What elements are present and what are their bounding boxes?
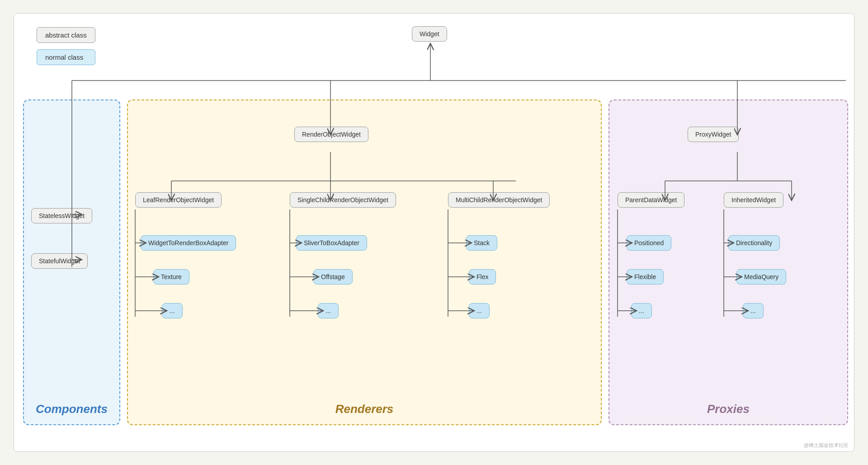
proxies-label: Proxies — [707, 402, 750, 416]
inherited-widget-node: InheritedWidget — [724, 192, 783, 208]
directionality-node: Directionality — [728, 235, 780, 251]
dots5-node: ... — [743, 303, 764, 318]
multi-child-render-node: MultiChildRenderObjectWidget — [448, 192, 550, 208]
proxy-widget-node: ProxyWidget — [688, 127, 739, 142]
widget-node: Widget — [412, 26, 447, 42]
stateless-widget-node: StatelessWidget — [31, 208, 92, 223]
dots4-node: ... — [631, 303, 652, 318]
legend-abstract: abstract class — [37, 27, 95, 43]
render-object-widget-node: RenderObjectWidget — [294, 127, 368, 142]
flex-node: Flex — [469, 269, 496, 285]
widget-to-render-box-node: WidgetToRenderBoxAdapter — [141, 235, 236, 251]
legend: abstract class normal class — [37, 27, 95, 65]
media-query-node: MediaQuery — [736, 269, 786, 285]
legend-normal: normal class — [37, 49, 95, 65]
leaf-render-node: LeafRenderObjectWidget — [135, 192, 222, 208]
dots1-node: ... — [162, 303, 183, 318]
dots3-node: ... — [469, 303, 490, 318]
positioned-node: Positioned — [627, 235, 671, 251]
dots2-node: ... — [318, 303, 339, 318]
single-child-render-node: SingleChildRenderObjectWidget — [290, 192, 396, 208]
watermark: @稀土掘金技术社区 — [804, 442, 849, 449]
panel-proxies: Proxies — [609, 100, 848, 425]
stateful-widget-node: StatefulWidget — [31, 253, 88, 269]
flexible-node: Flexible — [627, 269, 664, 285]
texture-node: Texture — [153, 269, 189, 285]
renderers-label: Renderers — [335, 402, 394, 416]
components-label: Components — [36, 402, 108, 416]
parent-data-widget-node: ParentDataWidget — [618, 192, 684, 208]
stack-node: Stack — [466, 235, 497, 251]
sliver-to-box-node: SliverToBoxAdapter — [296, 235, 367, 251]
main-container: abstract class normal class Components R… — [14, 13, 854, 452]
panel-renderers: Renderers — [127, 100, 602, 425]
offstage-node: Offstage — [313, 269, 353, 285]
